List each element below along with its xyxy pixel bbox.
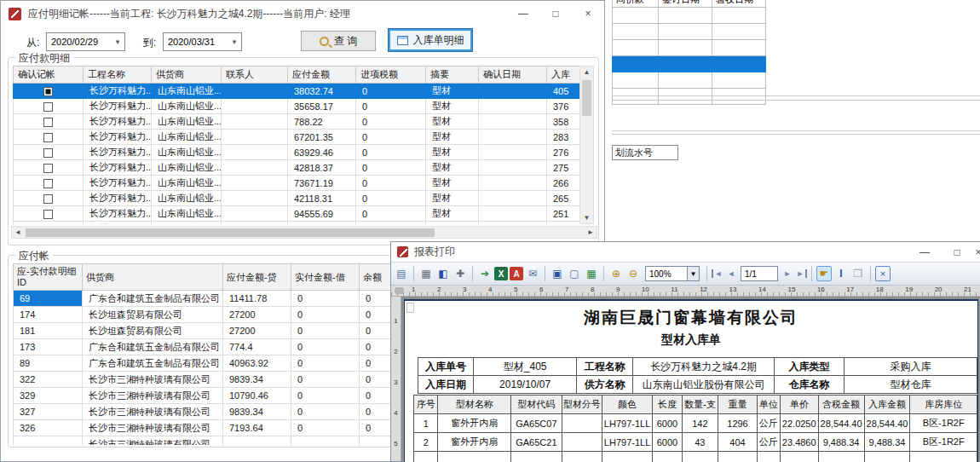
zoom-in-icon[interactable]: ⊕ xyxy=(608,266,624,281)
cell[interactable] xyxy=(479,206,547,222)
cell[interactable]: 山东南山铝业... xyxy=(152,114,222,130)
cell[interactable]: 型材 xyxy=(426,160,479,176)
cell[interactable]: 376 xyxy=(547,99,580,114)
cell[interactable] xyxy=(14,114,84,130)
table-row[interactable]: 2窗外开内扇GA65C21LH797-1LL600043404公斤23.4860… xyxy=(414,433,977,452)
next-page-icon[interactable]: ► xyxy=(781,269,793,278)
tools-icon[interactable]: ✚ xyxy=(453,266,468,281)
column-header[interactable]: 型材代码 xyxy=(510,396,562,414)
cell[interactable] xyxy=(222,84,288,99)
cell[interactable]: 公斤 xyxy=(757,414,780,433)
column-header[interactable]: 供货商 xyxy=(83,264,223,291)
cell[interactable] xyxy=(14,222,84,225)
table-row[interactable]: 入库日期2019/10/07供方名称山东南山铝业股份有限公司仓库名称型材仓库 xyxy=(418,376,977,394)
scroll-up-icon[interactable]: ▲ xyxy=(580,68,593,76)
cell[interactable]: 265 xyxy=(547,191,580,206)
cell[interactable] xyxy=(479,130,547,145)
minimize-icon[interactable]: — xyxy=(507,1,539,26)
text-select-icon[interactable]: I xyxy=(833,266,849,281)
cell[interactable]: 11411.78 xyxy=(223,291,291,307)
export-panel-icon[interactable]: ▤ xyxy=(394,266,409,281)
cell[interactable]: 9839.34 xyxy=(223,404,291,420)
cell[interactable]: 型材_405 xyxy=(473,358,577,376)
cell[interactable]: 长沙万科魅力... xyxy=(84,130,152,145)
zoom-out-icon[interactable]: ⊖ xyxy=(625,266,641,281)
cell[interactable] xyxy=(222,176,288,191)
cell[interactable]: 7193.64 xyxy=(223,420,291,436)
cell[interactable]: GA65C07 xyxy=(510,414,562,433)
cell[interactable]: 山东南山铝业... xyxy=(152,145,222,160)
cell[interactable]: 329 xyxy=(14,388,83,404)
cell[interactable]: 长沙万科魅力... xyxy=(84,222,152,225)
cell[interactable]: 山东南山铝业... xyxy=(152,176,222,191)
cell[interactable]: 35658.17 xyxy=(288,99,356,114)
cell[interactable] xyxy=(14,436,83,446)
table-row[interactable] xyxy=(414,452,977,462)
save-icon[interactable]: ▣ xyxy=(550,266,565,281)
cell[interactable]: 788.22 xyxy=(288,114,356,130)
cell[interactable]: 250 xyxy=(547,222,580,225)
table-row[interactable]: 326长沙市三湘特种玻璃有限公司7193.6400 xyxy=(14,420,427,436)
page-setup-icon[interactable]: ▢ xyxy=(567,266,582,281)
zoom-select[interactable]: 100% ▼ xyxy=(645,266,700,281)
cell[interactable]: 283 xyxy=(547,130,580,145)
cell[interactable] xyxy=(14,191,84,206)
cell[interactable] xyxy=(222,99,288,114)
column-header[interactable]: 重量 xyxy=(718,396,758,414)
table-row[interactable]: 长沙万科魅力...山东南山铝业...38032.740型材405 xyxy=(14,84,580,99)
cell[interactable]: 2019/10/07 xyxy=(473,376,577,394)
column-header[interactable]: 进项税额 xyxy=(356,66,426,84)
cell[interactable] xyxy=(510,452,562,462)
cell[interactable]: 长沙市三湘特种玻璃有限公司 xyxy=(83,372,223,388)
cell[interactable] xyxy=(14,84,84,99)
close-icon[interactable]: × xyxy=(572,1,604,26)
cell[interactable]: 0 xyxy=(291,323,360,339)
cell[interactable]: 0 xyxy=(356,145,426,160)
cell[interactable]: 0 xyxy=(356,99,426,114)
cell[interactable] xyxy=(757,452,780,462)
cell[interactable] xyxy=(479,145,547,160)
cell[interactable]: 山东南山铝业... xyxy=(152,160,222,176)
cell[interactable] xyxy=(222,160,288,176)
cell[interactable]: 供方名称 xyxy=(577,376,633,394)
cell[interactable]: 0 xyxy=(356,206,426,222)
cell[interactable] xyxy=(222,114,288,130)
cell[interactable]: 28,544.40 xyxy=(864,414,910,433)
cell[interactable]: 40963.92 xyxy=(223,355,291,372)
table-row[interactable] xyxy=(613,23,766,39)
cell[interactable]: 28,544.40 xyxy=(818,414,864,433)
table-row[interactable]: 长沙万科魅力...山东南山铝业...67201.350型材283 xyxy=(14,130,580,145)
table-row[interactable]: 174长沙坦森贸易有限公司2720000 xyxy=(14,307,427,323)
confirm-checkbox[interactable] xyxy=(43,118,53,127)
page-number-input[interactable]: 1/1 xyxy=(741,266,778,281)
cell[interactable] xyxy=(223,436,291,446)
cell[interactable] xyxy=(718,452,758,462)
cell[interactable] xyxy=(222,145,288,160)
cell[interactable] xyxy=(438,452,510,462)
cell[interactable] xyxy=(479,160,547,176)
cell[interactable]: 型材 xyxy=(426,99,479,114)
column-header[interactable]: 库房库位 xyxy=(910,396,977,414)
column-header[interactable]: 应付金额-贷 xyxy=(223,264,291,291)
column-header[interactable]: 工程名称 xyxy=(84,66,152,84)
cell[interactable] xyxy=(659,72,712,88)
cell[interactable]: 89 xyxy=(14,355,83,372)
cell[interactable]: 275 xyxy=(547,160,580,176)
confirm-checkbox[interactable] xyxy=(43,133,53,142)
cell[interactable] xyxy=(712,39,766,55)
cell[interactable]: 窗外开内扇 xyxy=(438,414,510,433)
column-header[interactable]: 含税金额 xyxy=(818,396,864,414)
print-icon[interactable]: ▦ xyxy=(418,266,434,281)
maximize-icon[interactable]: □ xyxy=(539,1,572,26)
from-date-select[interactable]: 2020/02/29 ▾ xyxy=(46,32,125,51)
table-row[interactable]: 长沙市三湘特种玻璃有限公司 xyxy=(14,436,427,446)
table-row[interactable]: 入库单号型材_405工程名称长沙万科魅力之城4.2期入库类型采购入库 xyxy=(418,358,977,376)
cell[interactable] xyxy=(222,222,288,225)
cell[interactable] xyxy=(14,145,84,160)
cell[interactable] xyxy=(613,7,659,23)
cell[interactable]: 0 xyxy=(356,160,426,176)
cell[interactable]: 251 xyxy=(547,206,580,222)
scrollbar-thumb[interactable] xyxy=(26,228,435,237)
cell[interactable]: 山东南山铝业... xyxy=(152,130,222,145)
column-header[interactable]: 摘要 xyxy=(426,66,479,84)
